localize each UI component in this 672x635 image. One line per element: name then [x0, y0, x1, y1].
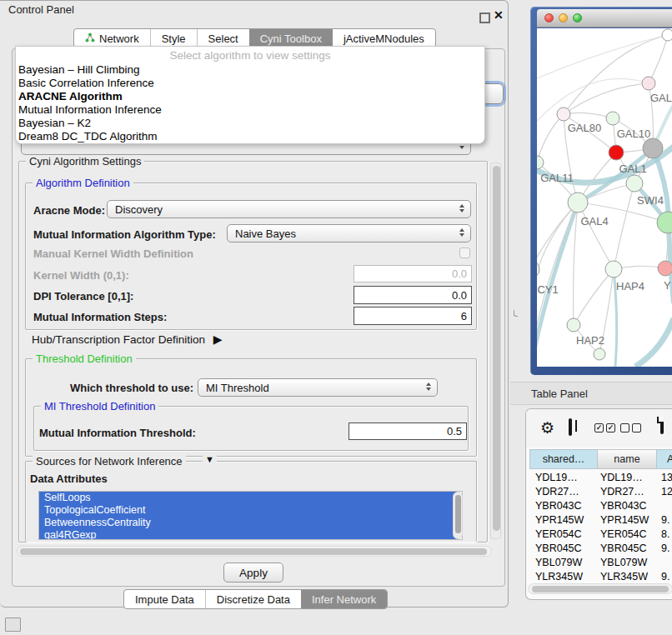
network-node-gcy1[interactable] [537, 260, 539, 278]
table-row[interactable]: YDR27…YDR27…12 [529, 484, 672, 498]
minimize-traffic-light-icon[interactable] [559, 13, 568, 22]
network-node[interactable] [642, 77, 655, 90]
list-scrollbar[interactable] [453, 492, 463, 539]
aracne-mode-combo[interactable]: Discovery [107, 200, 471, 218]
mi-threshold-label: Mutual Information Threshold: [39, 427, 196, 439]
network-window-titlebar[interactable] [537, 9, 672, 28]
table-cell: YER054C [529, 528, 598, 540]
table-row[interactable]: YLR345WYLR345W9. [529, 569, 672, 583]
network-node-gal4[interactable] [568, 192, 588, 212]
list-item[interactable]: gal4RGexp [39, 529, 458, 540]
column-header-name[interactable]: name [597, 449, 657, 469]
network-node-hap2[interactable] [567, 318, 580, 332]
network-tab-icon [85, 32, 95, 45]
tab-impute-data[interactable]: Impute Data [124, 590, 205, 608]
table-cell: YBR045C [598, 542, 658, 554]
node-label: GAL1 [619, 162, 646, 175]
close-traffic-light-icon[interactable] [544, 13, 554, 22]
column-header-partial[interactable]: A [656, 449, 672, 469]
mi-steps-field[interactable]: 6 [354, 307, 472, 325]
zoom-traffic-light-icon[interactable] [573, 13, 582, 22]
kernel-width-field[interactable]: 0.0 [354, 265, 472, 282]
network-node-swi4[interactable] [626, 175, 643, 192]
table-panel-title: Table Panel [531, 388, 588, 400]
mi-threshold-field[interactable]: 0.5 [349, 422, 467, 440]
table-row[interactable]: YBR043CYBR043C [529, 498, 672, 512]
file-icon[interactable] [660, 417, 664, 434]
table-row[interactable]: YPR145WYPR145W9. [529, 512, 672, 527]
list-item[interactable]: TopologicalCoefficient [39, 504, 458, 517]
network-node-hap4[interactable] [605, 261, 622, 278]
data-attributes-list[interactable]: SelfLoops TopologicalCoefficient Between… [38, 491, 463, 540]
popup-item-selected[interactable]: ARACNE Algorithm [16, 90, 484, 103]
field-value: 6 [461, 310, 467, 322]
tab-jactivemnodules[interactable]: jActiveMNodules [333, 29, 435, 48]
table-panel-titlebar[interactable]: Table Panel [510, 382, 672, 405]
tab-style[interactable]: Style [150, 29, 197, 48]
table-cell: YPR145W [598, 514, 658, 526]
settings-horizontal-scrollbar[interactable] [17, 546, 492, 557]
field-value: 0.5 [447, 425, 462, 438]
tab-discretize-data[interactable]: Discretize Data [205, 590, 301, 608]
close-icon[interactable]: ✕ [494, 9, 504, 21]
network-node[interactable] [662, 29, 672, 41]
column-header-shared[interactable]: shared… [529, 449, 598, 469]
tab-label: Style [162, 32, 186, 45]
gear-icon[interactable]: ⚙ [540, 420, 554, 436]
tab-infer-network[interactable]: Infer Network [301, 590, 387, 608]
table-cell: YBR045C [529, 542, 598, 554]
tab-label: Discretize Data [217, 593, 290, 606]
popup-item[interactable]: Mutual Information Inference [16, 103, 484, 117]
table-row[interactable]: YER054CYER054C8. [529, 527, 672, 541]
minimized-panel-icon[interactable] [5, 618, 21, 632]
tab-select[interactable]: Select [197, 29, 249, 48]
table-cell: YBR043C [529, 500, 598, 512]
network-node-gal80[interactable] [557, 108, 570, 121]
apply-button[interactable]: Apply [223, 562, 283, 582]
manual-kernel-checkbox[interactable] [459, 248, 470, 258]
table-row[interactable]: YBL079WYBL079W [529, 555, 672, 569]
table-row[interactable]: YDL19…YDL19…13 [529, 470, 672, 484]
mi-type-combo[interactable]: Naive Bayes [227, 224, 471, 242]
float-window-icon[interactable] [479, 12, 490, 23]
network-node-gal10[interactable] [606, 112, 619, 125]
table-horizontal-scrollbar[interactable] [528, 583, 672, 594]
table-cell: 13 [658, 472, 672, 483]
table-cell: YLR345W [529, 571, 598, 582]
list-item[interactable]: BetweennessCentrality [39, 517, 458, 529]
settings-vertical-scrollbar[interactable] [490, 162, 501, 539]
network-view-window[interactable]: GAL GAL80 GAL10 GAL1 GAL11 SWI4 GAL4 GCY… [530, 7, 672, 375]
popup-item[interactable]: Bayesian – Hill Climbing [16, 63, 484, 77]
network-node-gal1[interactable] [609, 145, 624, 160]
which-threshold-combo[interactable]: MI Threshold [198, 378, 438, 397]
popup-item[interactable]: Basic Correlation Inference [16, 77, 484, 90]
network-node[interactable] [594, 348, 605, 360]
tab-network[interactable]: Network [74, 29, 150, 48]
list-item[interactable]: SelfLoops [39, 492, 458, 504]
network-canvas[interactable]: GAL GAL80 GAL10 GAL1 GAL11 SWI4 GAL4 GCY… [537, 28, 672, 367]
tab-cyni-toolbox[interactable]: Cyni Toolbox [249, 29, 333, 48]
panel-resize-grip[interactable] [514, 310, 518, 317]
collapse-down-icon[interactable]: ▼ [203, 454, 217, 464]
table-cell: YDR27… [598, 486, 658, 498]
split-columns-icon[interactable] [569, 418, 572, 436]
manual-kernel-label: Manual Kernel Width Definition [33, 248, 193, 260]
unchecked-pair-icon[interactable] [620, 423, 641, 432]
network-node[interactable] [658, 261, 672, 276]
table-cell: YDL19… [598, 472, 658, 483]
combo-value: MI Threshold [206, 382, 269, 394]
tab-label: Infer Network [312, 593, 376, 606]
network-node[interactable] [643, 138, 663, 158]
popup-item[interactable]: Bayesian – K2 [16, 117, 484, 130]
table-cell: YLR345W [598, 571, 658, 582]
control-panel-titlebar[interactable]: Control Panel [0, 0, 508, 19]
hub-factor-definition-toggle[interactable]: Hub/Transcription Factor Definition ▶ [32, 332, 223, 346]
table-row[interactable]: YBR045CYBR045C9. [529, 541, 672, 555]
dpi-tolerance-field[interactable]: 0.0 [354, 286, 472, 304]
table-panel: ⚙ ✓✓ shared… name A YDL19…YDL19…13 YDR27… [525, 408, 672, 600]
table-cell: YBL079W [598, 557, 658, 568]
group-title: Sources for Network Inference [33, 455, 186, 468]
tab-label: Cyni Toolbox [260, 32, 322, 45]
popup-item[interactable]: Dream8 DC_TDC Algorithm [16, 130, 484, 143]
checked-pair-icon[interactable]: ✓✓ [594, 423, 615, 432]
